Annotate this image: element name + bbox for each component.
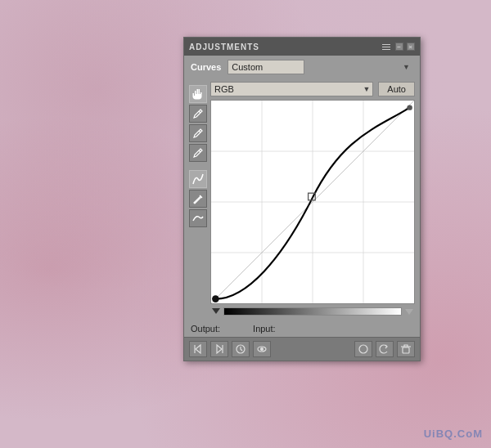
svg-line-2 [199,150,200,152]
horizontal-gradient-bar [223,307,402,316]
output-section: Output: [191,324,220,334]
curve-mode-button[interactable] [189,170,207,188]
auto-button[interactable]: Auto [378,82,415,96]
input-label: Input: [253,324,276,334]
bottom-tools-right [354,341,415,357]
panel-title-bar: ADJUSTMENTS − × [184,38,420,56]
title-bar-controls: − × [381,41,415,52]
svg-marker-16 [217,345,222,353]
smooth-tool-button[interactable] [189,209,207,227]
channel-select[interactable]: RGB Red Green Blue [210,82,373,96]
svg-point-21 [359,345,367,353]
right-panel: RGB Red Green Blue ▼ Auto [210,82,415,316]
svg-point-13 [407,105,412,110]
output-input-row: Output: Input: [184,320,420,337]
mask-circle-button[interactable] [354,341,372,357]
black-triangle-indicator [212,308,220,315]
svg-point-20 [261,348,264,351]
channel-select-wrapper: RGB Red Green Blue ▼ [210,82,373,96]
eye-visibility-button[interactable] [253,341,271,357]
svg-point-12 [212,295,219,302]
eyedropper-black-button[interactable] [189,105,207,123]
panel-title: ADJUSTMENTS [189,43,259,52]
panel-menu-button[interactable] [381,41,392,52]
clip-previous-button[interactable] [189,341,207,357]
main-content-area: RGB Red Green Blue ▼ Auto [184,78,420,320]
delete-layer-button[interactable] [397,341,415,357]
panel-minimize-button[interactable]: − [395,43,403,51]
pencil-mode-button[interactable] [189,190,207,208]
bottom-tools-left [189,341,271,357]
curve-svg [211,101,414,303]
output-label: Output: [191,324,220,334]
svg-marker-14 [196,345,200,353]
eyedropper-gray-button[interactable] [189,124,207,142]
curves-label: Curves [191,62,221,72]
eyedropper-white-button[interactable] [189,144,207,162]
preset-select[interactable]: Custom Default Strong Contrast Medium Co… [227,60,304,74]
left-toolbox [189,82,207,316]
bottom-toolbar [184,337,420,361]
svg-line-1 [199,131,200,132]
watermark: UiBQ.CoM [424,428,483,440]
hand-tool-button[interactable] [189,85,207,103]
preset-select-arrow: ▼ [403,63,410,71]
preset-select-wrapper: Custom Default Strong Contrast Medium Co… [227,60,413,74]
channel-row: RGB Red Green Blue ▼ Auto [210,82,415,96]
adjustments-panel: ADJUSTMENTS − × Curves Custom Default St… [183,37,421,361]
input-section: Input: [253,324,276,334]
reset-circle-button[interactable] [232,341,250,357]
svg-rect-22 [403,347,409,353]
panel-close-button[interactable]: × [407,43,415,51]
reset-arrow-button[interactable] [376,341,394,357]
curve-canvas[interactable] [210,100,415,304]
white-triangle-indicator [405,309,413,315]
svg-line-0 [199,111,200,113]
clip-next-button[interactable] [210,341,228,357]
curves-preset-row: Curves Custom Default Strong Contrast Me… [184,56,420,78]
gradient-row [210,307,415,316]
